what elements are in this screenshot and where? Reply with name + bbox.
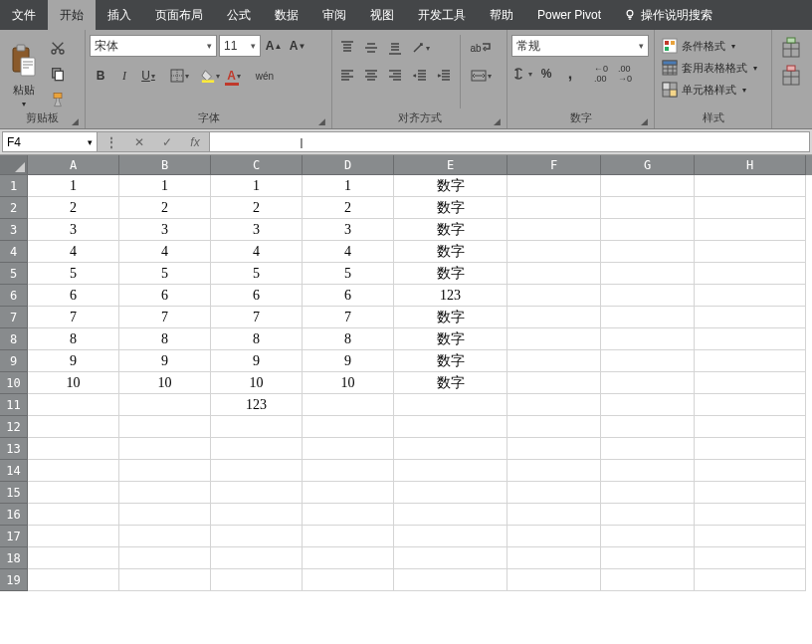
- cell-B6[interactable]: 6: [119, 285, 211, 307]
- font-size-combo[interactable]: 11▾: [219, 35, 261, 57]
- insert-cells-button[interactable]: [775, 33, 807, 63]
- cell-F15[interactable]: [508, 482, 601, 504]
- cell-E14[interactable]: [394, 460, 508, 482]
- column-header-F[interactable]: F: [508, 155, 601, 175]
- cell-C12[interactable]: [211, 416, 303, 438]
- row-header-11[interactable]: 11: [0, 394, 28, 416]
- cell-C13[interactable]: [211, 438, 303, 460]
- cell-F7[interactable]: [508, 307, 601, 328]
- cell-G7[interactable]: [601, 307, 695, 328]
- cell-G15[interactable]: [601, 482, 695, 504]
- column-header-D[interactable]: D: [303, 155, 394, 175]
- cell-C10[interactable]: 10: [211, 372, 303, 394]
- cell-F5[interactable]: [508, 263, 601, 285]
- cell-C2[interactable]: 2: [211, 197, 303, 219]
- align-left-button[interactable]: [336, 65, 358, 87]
- tab-developer[interactable]: 开发工具: [406, 0, 478, 30]
- cell-B12[interactable]: [119, 416, 211, 438]
- cell-E9[interactable]: 数字: [394, 350, 508, 372]
- cell-A5[interactable]: 5: [28, 263, 119, 285]
- cell-H12[interactable]: [695, 416, 806, 438]
- align-middle-button[interactable]: [360, 37, 382, 59]
- format-as-table-button[interactable]: 套用表格格式▾: [659, 57, 767, 79]
- cell-B16[interactable]: [119, 504, 211, 526]
- tab-formulas[interactable]: 公式: [215, 0, 263, 30]
- tab-home[interactable]: 开始: [48, 0, 96, 30]
- number-expand-icon[interactable]: ◢: [641, 116, 648, 126]
- cell-D9[interactable]: 9: [303, 350, 394, 372]
- row-header-8[interactable]: 8: [0, 328, 28, 350]
- cell-B7[interactable]: 7: [119, 307, 211, 328]
- cell-D17[interactable]: [303, 526, 394, 547]
- cell-G2[interactable]: [601, 197, 695, 219]
- row-header-14[interactable]: 14: [0, 460, 28, 482]
- cell-H17[interactable]: [695, 526, 806, 547]
- cell-E19[interactable]: [394, 569, 508, 591]
- decrease-decimal-button[interactable]: .00→0: [614, 63, 636, 85]
- number-format-combo[interactable]: 常规▾: [511, 35, 649, 57]
- cell-D8[interactable]: 8: [303, 328, 394, 350]
- cell-C6[interactable]: 6: [211, 285, 303, 307]
- cell-C8[interactable]: 8: [211, 328, 303, 350]
- cell-C9[interactable]: 9: [211, 350, 303, 372]
- cell-B19[interactable]: [119, 569, 211, 591]
- name-box[interactable]: F4▾: [2, 131, 98, 152]
- column-header-H[interactable]: H: [695, 155, 806, 175]
- cell-C15[interactable]: [211, 482, 303, 504]
- cell-B9[interactable]: 9: [119, 350, 211, 372]
- cell-E11[interactable]: [394, 394, 508, 416]
- cell-F3[interactable]: [508, 219, 601, 241]
- formula-input[interactable]: I: [210, 131, 810, 152]
- cell-E10[interactable]: 数字: [394, 372, 508, 394]
- merge-center-button[interactable]: [466, 65, 496, 87]
- row-header-13[interactable]: 13: [0, 438, 28, 460]
- cell-B14[interactable]: [119, 460, 211, 482]
- cell-E2[interactable]: 数字: [394, 197, 508, 219]
- cell-H16[interactable]: [695, 504, 806, 526]
- cell-A1[interactable]: 1: [28, 175, 119, 197]
- tab-insert[interactable]: 插入: [96, 0, 143, 30]
- cell-A2[interactable]: 2: [28, 197, 119, 219]
- cell-H8[interactable]: [695, 328, 806, 350]
- cell-E13[interactable]: [394, 438, 508, 460]
- cell-F8[interactable]: [508, 328, 601, 350]
- cell-G10[interactable]: [601, 372, 695, 394]
- cell-C16[interactable]: [211, 504, 303, 526]
- cell-D13[interactable]: [303, 438, 394, 460]
- cell-G16[interactable]: [601, 504, 695, 526]
- cell-D14[interactable]: [303, 460, 394, 482]
- row-header-4[interactable]: 4: [0, 241, 28, 263]
- cell-B1[interactable]: 1: [119, 175, 211, 197]
- cell-D5[interactable]: 5: [303, 263, 394, 285]
- cell-C1[interactable]: 1: [211, 175, 303, 197]
- tab-view[interactable]: 视图: [358, 0, 406, 30]
- cell-E6[interactable]: 123: [394, 285, 508, 307]
- align-center-button[interactable]: [360, 65, 382, 87]
- cell-H9[interactable]: [695, 350, 806, 372]
- clipboard-expand-icon[interactable]: ◢: [72, 116, 79, 126]
- cell-F11[interactable]: [508, 394, 601, 416]
- comma-style-button[interactable]: ,: [559, 63, 581, 85]
- format-painter-button[interactable]: [47, 89, 69, 110]
- cell-D11[interactable]: [303, 394, 394, 416]
- percent-button[interactable]: %: [535, 63, 557, 85]
- row-header-15[interactable]: 15: [0, 482, 28, 504]
- row-header-1[interactable]: 1: [0, 175, 28, 197]
- cell-F13[interactable]: [508, 438, 601, 460]
- shrink-font-button[interactable]: A▼: [287, 35, 308, 57]
- cell-C14[interactable]: [211, 460, 303, 482]
- cell-E3[interactable]: 数字: [394, 219, 508, 241]
- cell-A18[interactable]: [28, 547, 119, 569]
- cell-F1[interactable]: [508, 175, 601, 197]
- cell-B4[interactable]: 4: [119, 241, 211, 263]
- cell-E17[interactable]: [394, 526, 508, 547]
- cell-A12[interactable]: [28, 416, 119, 438]
- cell-A7[interactable]: 7: [28, 307, 119, 328]
- wrap-text-button[interactable]: ab: [466, 37, 496, 59]
- cell-G3[interactable]: [601, 219, 695, 241]
- cell-F18[interactable]: [508, 547, 601, 569]
- cell-C18[interactable]: [211, 547, 303, 569]
- copy-button[interactable]: [47, 63, 69, 85]
- cell-H13[interactable]: [695, 438, 806, 460]
- cell-H1[interactable]: [695, 175, 806, 197]
